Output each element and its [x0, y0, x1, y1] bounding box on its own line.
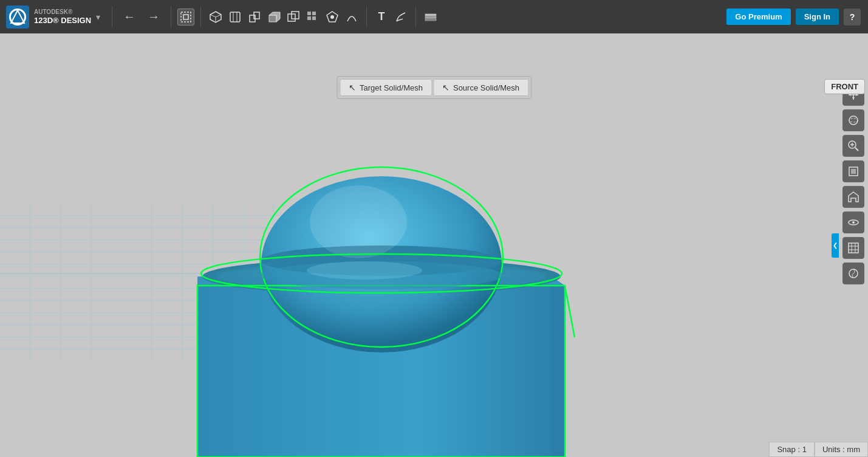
svg-point-57: [310, 185, 407, 258]
svg-rect-19: [307, 16, 311, 20]
status-bar: Snap : 1 Units : mm: [769, 442, 868, 457]
transform-tools: [174, 9, 198, 26]
snap-tool-button[interactable]: [324, 9, 341, 26]
selection-toolbar: ↖ Target Solid/Mesh ↖ Source Solid/Mesh: [337, 76, 531, 99]
redo-button[interactable]: →: [144, 7, 163, 26]
svg-line-73: [855, 148, 858, 151]
sep-4: [366, 6, 367, 27]
svg-point-70: [849, 116, 858, 125]
svg-rect-8: [230, 12, 240, 22]
construct-tool-button[interactable]: [246, 9, 263, 26]
svg-line-7: [216, 15, 221, 17]
svg-rect-17: [307, 12, 311, 15]
text-tool-button[interactable]: T: [373, 9, 390, 26]
3d-viewport[interactable]: FRONT ↖ Target Solid/Mesh ↖ Source Solid…: [0, 33, 868, 457]
svg-marker-67: [852, 97, 855, 100]
source-cursor-icon: ↖: [442, 83, 449, 92]
svg-rect-20: [312, 16, 316, 20]
target-solid-mesh-button[interactable]: ↖ Target Solid/Mesh: [340, 79, 432, 96]
materials-button[interactable]: [842, 263, 864, 284]
view-front-label: FRONT: [824, 79, 865, 94]
target-cursor-icon: ↖: [349, 83, 356, 92]
right-toolbar-buttons: Go Premium Sign In ?: [726, 9, 868, 26]
svg-rect-23: [425, 14, 436, 16]
logo-area: AUTODESK® 123D® DESIGN ▾: [0, 5, 109, 29]
box-primitive-button[interactable]: [207, 9, 224, 26]
svg-rect-24: [425, 16, 436, 18]
svg-marker-78: [849, 192, 858, 202]
sep-1: [112, 6, 112, 27]
modify-tool-button[interactable]: [227, 9, 244, 26]
brand-name: AUTODESK®: [34, 8, 91, 16]
svg-point-71: [849, 119, 858, 122]
layers-tool-group: [419, 9, 443, 26]
autodesk-logo-icon: [6, 5, 29, 29]
select-tool-button[interactable]: [177, 9, 194, 26]
panel-collapse-handle[interactable]: ❮: [832, 233, 839, 258]
source-solid-mesh-label: Source Solid/Mesh: [453, 83, 519, 92]
svg-rect-77: [851, 169, 856, 174]
svg-rect-25: [425, 19, 436, 21]
orbit-button[interactable]: [842, 109, 864, 131]
sign-in-button[interactable]: Sign In: [796, 9, 839, 25]
svg-rect-13: [269, 15, 276, 22]
sketch-tool-button[interactable]: [392, 9, 409, 26]
svg-point-80: [852, 221, 855, 224]
right-panel: [839, 79, 868, 289]
undo-button[interactable]: ←: [120, 7, 139, 26]
text-tool-group: T: [369, 9, 413, 26]
svg-rect-2: [181, 12, 191, 22]
view-button[interactable]: [842, 211, 864, 233]
measure-tool-button[interactable]: [343, 9, 360, 26]
help-button[interactable]: ?: [844, 9, 861, 26]
home-view-button[interactable]: [842, 186, 864, 208]
units-value[interactable]: Units : mm: [815, 442, 868, 457]
logo-dropdown-icon[interactable]: ▾: [96, 12, 100, 22]
svg-point-63: [307, 261, 422, 280]
svg-rect-18: [312, 12, 316, 15]
sep-2: [171, 6, 171, 27]
fit-button[interactable]: [842, 160, 864, 182]
boolean-tool-button[interactable]: [285, 9, 302, 26]
main-toolbar: AUTODESK® 123D® DESIGN ▾ ← →: [0, 0, 868, 33]
svg-rect-85: [849, 243, 858, 253]
svg-marker-0: [11, 10, 24, 23]
logo-text: AUTODESK® 123D® DESIGN: [34, 8, 91, 26]
grid-toggle-button[interactable]: [842, 237, 864, 259]
pattern-tool-button[interactable]: [304, 9, 321, 26]
go-premium-button[interactable]: Go Premium: [726, 9, 790, 25]
svg-marker-3: [183, 15, 188, 19]
target-solid-mesh-label: Target Solid/Mesh: [360, 83, 423, 92]
zoom-button[interactable]: [842, 135, 864, 157]
snap-value[interactable]: Snap : 1: [769, 442, 814, 457]
modeling-tools: [203, 9, 364, 26]
solid-box-button[interactable]: [265, 9, 282, 26]
svg-rect-51: [552, 286, 565, 457]
undo-redo-group: ← →: [115, 7, 168, 26]
svg-line-6: [210, 15, 216, 17]
layers-button[interactable]: [422, 9, 439, 26]
sep-3: [200, 6, 201, 27]
svg-point-22: [330, 15, 334, 19]
svg-line-61: [565, 286, 575, 337]
source-solid-mesh-button[interactable]: ↖ Source Solid/Mesh: [433, 79, 528, 96]
product-name: 123D® DESIGN: [34, 16, 91, 26]
sep-5: [415, 6, 416, 27]
